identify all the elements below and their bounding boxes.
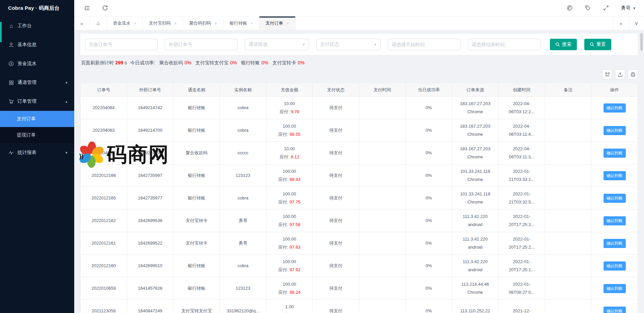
payable-line: 应付: 97.58 xyxy=(267,221,313,229)
collapse-sidebar-icon[interactable] xyxy=(84,5,90,11)
rate-name: 支付宝转支付宝 xyxy=(195,60,228,65)
cell-ext-no: 1642735997 xyxy=(127,164,173,187)
confirm-arrival-button[interactable]: 确认到账 xyxy=(604,149,626,158)
cell-channel: 支付宝转卡 xyxy=(173,232,220,255)
source-agent: Chrome xyxy=(452,198,498,206)
home-icon: ⌂ xyxy=(96,20,100,26)
tabs-menu-button[interactable]: ∨ xyxy=(628,17,644,30)
chevron-down-icon: ▼ xyxy=(65,81,68,85)
countdown-value: 299 xyxy=(115,60,123,65)
cell-action: 确认到账 xyxy=(591,232,638,255)
tab[interactable]: 银行转账 × xyxy=(223,17,259,30)
cell-action: 确认到账 xyxy=(591,142,638,164)
fullscreen-icon[interactable] xyxy=(603,5,610,11)
sidebar-item-pay-orders[interactable]: 支付订单 xyxy=(0,111,74,127)
tab[interactable]: 支付订单 × xyxy=(259,17,296,30)
cell-action: 确认到账 xyxy=(591,300,638,313)
sidebar-item-withdraw-orders[interactable]: 提现订单 xyxy=(0,127,74,143)
tabs-scroll-left-button[interactable]: « xyxy=(74,17,90,30)
recharge-order-input[interactable] xyxy=(85,39,158,50)
tab-label: 支付订单 xyxy=(265,20,283,26)
amount-value: 100.00 xyxy=(267,167,313,176)
cell-instance: cobra xyxy=(220,119,266,142)
cell-remark xyxy=(545,210,591,232)
sidebar-item-basic-info[interactable]: 基本信息 xyxy=(0,35,74,54)
cell-order-no: 2021123058 xyxy=(81,300,127,313)
export-button[interactable] xyxy=(615,69,625,80)
close-icon[interactable]: × xyxy=(174,21,177,26)
column-header: 通道名称 xyxy=(173,83,220,97)
sidebar-item-fund-flow[interactable]: $ 资金流水 xyxy=(0,54,74,73)
confirm-arrival-button[interactable]: 确认到账 xyxy=(604,126,626,135)
amount-value: 100.00 xyxy=(267,235,313,243)
amount-value: 100.00 xyxy=(267,258,313,266)
user-menu[interactable]: 勇哥 ▼ xyxy=(621,5,636,11)
select-placeholder: 支付状态 xyxy=(320,41,339,48)
cell-order-no: 2022010659 xyxy=(81,277,127,300)
source-ip: 101.33.241.118 xyxy=(452,167,498,176)
sidebar-item-channel-mgmt[interactable]: 通道管理 ▼ xyxy=(0,73,74,92)
close-icon[interactable]: × xyxy=(250,21,253,26)
cell-created: 2022-01- 20T17:25:1... xyxy=(498,255,545,277)
confirm-arrival-button[interactable]: 确认到账 xyxy=(604,171,626,180)
confirm-arrival-button[interactable]: 确认到账 xyxy=(604,261,626,271)
source-ip: 113.110.252.22 xyxy=(452,307,498,313)
cell-source: 113.110.252.22 xyxy=(452,300,499,313)
cell-status: 待支付 xyxy=(313,142,359,164)
confirm-arrival-button[interactable]: 确认到账 xyxy=(604,194,626,203)
source-ip: 111.3.42.220 xyxy=(452,213,498,221)
external-order-input[interactable] xyxy=(165,39,237,50)
amount-value: 1.00 xyxy=(267,303,313,311)
cell-status: 待支付 xyxy=(313,187,359,210)
refresh-icon[interactable] xyxy=(102,5,109,11)
refresh-label: 页面刷新倒计时 xyxy=(81,60,114,65)
close-icon[interactable]: × xyxy=(215,21,217,26)
sidebar-item-workbench[interactable]: ⌂ 工作台 xyxy=(0,17,74,35)
close-icon[interactable]: × xyxy=(286,21,289,26)
tab[interactable]: 资金流水 × xyxy=(107,17,143,30)
payable-line: 应付: xyxy=(267,311,313,313)
column-header: 订单号 xyxy=(81,83,127,97)
cell-status: 待支付 xyxy=(313,277,359,300)
sidebar-item-stats-report[interactable]: 统计报表 ▼ xyxy=(0,143,74,162)
end-time-input[interactable] xyxy=(468,39,540,50)
reset-button[interactable]: 重置 xyxy=(584,39,611,50)
cell-rate: 0% xyxy=(405,255,452,277)
cell-action: 确认到账 xyxy=(591,187,638,210)
chevron-down-icon: ▼ xyxy=(302,43,305,46)
cell-source: 101.33.241.118 Chrome xyxy=(452,187,499,210)
pay-status-select[interactable]: 支付状态 ▼ xyxy=(316,39,381,50)
print-icon xyxy=(630,72,636,77)
cell-created: 2022-01- 06T08:27:0... xyxy=(498,277,545,300)
confirm-arrival-button[interactable]: 确认到账 xyxy=(604,284,626,293)
confirm-arrival-button[interactable]: 确认到账 xyxy=(604,239,626,248)
confirm-arrival-button[interactable]: 确认到账 xyxy=(604,216,626,225)
cell-ext-no: 1642699522 xyxy=(127,232,173,255)
cell-rate: 0% xyxy=(405,142,452,164)
columns-setting-button[interactable] xyxy=(602,69,612,80)
theme-palette-icon[interactable] xyxy=(566,5,573,11)
confirm-arrival-button[interactable]: 确认到账 xyxy=(604,307,626,313)
close-icon[interactable]: × xyxy=(134,21,137,26)
confirm-arrival-button[interactable]: 确认到账 xyxy=(604,103,626,113)
start-time-input[interactable] xyxy=(388,39,460,50)
sidebar-item-order-mgmt[interactable]: 订单管理 ▲ xyxy=(0,92,74,111)
tab[interactable]: 聚合码扫码 × xyxy=(183,17,224,30)
cell-remark xyxy=(545,187,591,210)
tab-home[interactable]: ⌂ xyxy=(90,17,107,30)
export-icon xyxy=(617,72,623,77)
payable-line: 应付: 98.24 xyxy=(267,288,313,296)
channel-filter-select[interactable]: 通道筛选 ▼ xyxy=(245,39,309,50)
cell-ext-no: 1642699510 xyxy=(127,255,173,277)
cell-instance: ccccc xyxy=(220,142,266,164)
cell-created: 2022-01- 21T03:32:5... xyxy=(498,187,545,210)
scrollbar-thumb[interactable] xyxy=(640,33,643,51)
print-button[interactable] xyxy=(628,69,638,80)
cell-status: 待支付 xyxy=(313,232,359,255)
cell-channel: 银行转账 xyxy=(173,97,220,119)
tabs-scroll-right-button[interactable]: » xyxy=(613,17,628,30)
tag-icon[interactable] xyxy=(585,5,591,11)
search-button[interactable]: 搜索 xyxy=(550,39,577,50)
cell-channel: 银行转账 xyxy=(173,255,220,277)
tab[interactable]: 支付宝扫码 × xyxy=(143,17,183,30)
